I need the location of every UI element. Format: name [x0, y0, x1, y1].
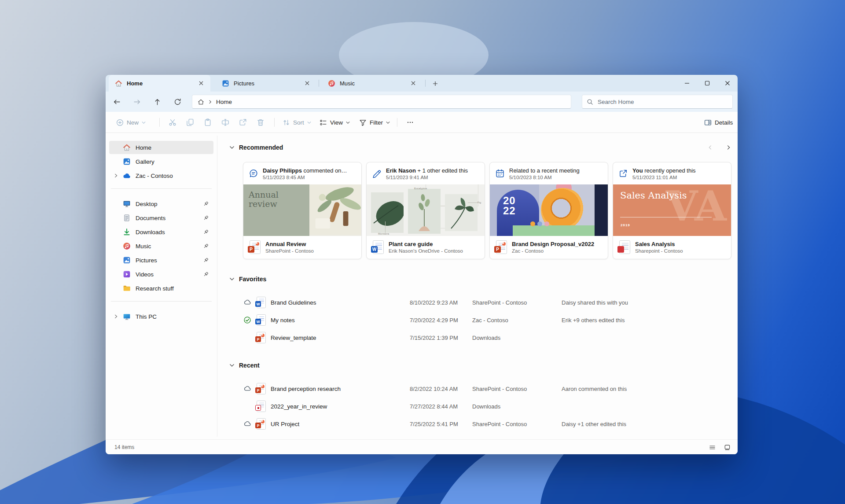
card-header: Daisy Philipps commented on… 5/11/2023 8…	[243, 162, 361, 184]
up-button[interactable]	[150, 95, 165, 109]
botanical-illustration	[309, 184, 361, 235]
sidebar-item-downloads[interactable]: Downloads	[109, 225, 213, 239]
carousel-next-button[interactable]	[722, 141, 735, 154]
card-header-text: Daisy Philipps commented on… 5/11/2023 8…	[263, 167, 356, 180]
sidebar-item-research-stuff[interactable]: Research stuff	[109, 282, 213, 295]
rename-icon	[221, 118, 229, 126]
sidebar-item-label: Research stuff	[136, 285, 213, 292]
file-activity	[562, 329, 720, 346]
new-tab-button[interactable]	[430, 78, 441, 89]
filter-button[interactable]: Filter	[356, 114, 393, 130]
file-row-ur-project[interactable]: P UR Project 7/25/2022 5:41 PM SharePoin…	[238, 415, 727, 433]
section-title: Favorites	[239, 276, 266, 283]
tab-close-button[interactable]	[408, 78, 418, 88]
toolbar-separator	[159, 118, 160, 127]
file-activity: Daisy +1 other edited this	[562, 415, 720, 433]
section-recent[interactable]: Recent	[229, 359, 260, 372]
powerpoint-file-icon: P	[496, 240, 507, 254]
file-row-my-notes[interactable]: W My notes 7/20/2022 4:29 PM Zac - Conto…	[238, 311, 727, 329]
file-date: 7/25/2022 5:41 PM	[410, 415, 476, 433]
new-button[interactable]: New	[113, 114, 149, 130]
rename-button[interactable]	[217, 114, 234, 130]
tab-close-button[interactable]	[196, 78, 206, 88]
file-location: Zac - Contoso	[472, 311, 569, 329]
tab-music[interactable]: Music	[322, 75, 422, 92]
check-sync-icon	[243, 311, 252, 329]
list-view-toggle[interactable]	[706, 441, 718, 453]
card-date: 5/11/2023 8:45 AM	[263, 175, 356, 180]
expand-chevron-icon[interactable]	[113, 313, 119, 320]
search-icon	[587, 99, 593, 105]
onedrive-icon	[123, 172, 131, 180]
section-recommended[interactable]: Recommended	[229, 141, 283, 154]
expand-chevron-icon[interactable]	[113, 173, 119, 179]
sidebar-item-home[interactable]: Home	[109, 141, 213, 154]
see-more-button[interactable]	[402, 114, 419, 130]
tab-pictures[interactable]: Pictures	[216, 75, 316, 92]
open-icon	[618, 169, 628, 178]
thumbnail-shape	[530, 221, 535, 226]
home-icon	[115, 80, 122, 87]
paste-button[interactable]	[199, 114, 216, 130]
search-input[interactable]	[597, 98, 728, 106]
main-content: Recommended Daisy Philipps commented on……	[217, 133, 738, 439]
chevron-down-icon	[229, 144, 235, 151]
file-name: Review_template	[271, 329, 403, 346]
sidebar-item-documents[interactable]: Documents	[109, 211, 213, 224]
address-bar[interactable]: Home	[192, 95, 571, 109]
refresh-button[interactable]	[170, 95, 185, 109]
details-button[interactable]: Details	[701, 114, 736, 130]
chevron-down-icon	[142, 121, 146, 125]
recommended-card-annual-review[interactable]: Daisy Philipps commented on… 5/11/2023 8…	[243, 162, 362, 259]
carousel-previous-button[interactable]	[704, 141, 716, 154]
forward-icon	[133, 98, 141, 106]
tab-home[interactable]: Home	[109, 75, 210, 92]
card-date: 5/11/2023 9:41 AM	[386, 175, 479, 180]
sort-button[interactable]: Sort	[279, 114, 315, 130]
share-button[interactable]	[235, 114, 251, 130]
thumbnail-rule	[620, 217, 712, 217]
sidebar-item-desktop[interactable]: Desktop	[109, 197, 213, 210]
share-icon	[239, 118, 247, 126]
maximize-button[interactable]	[697, 75, 717, 92]
file-row-review-template[interactable]: P Review_template 7/15/2022 1:39 PM Down…	[238, 329, 727, 346]
file-name: My notes	[271, 311, 403, 329]
card-footer: P Brand Design Proposal_v2022 Zac - Cont…	[490, 235, 608, 259]
file-row-brand-perception-research[interactable]: P Brand perception research 8/2/2022 10:…	[238, 380, 727, 397]
file-date: 7/15/2022 1:39 PM	[410, 329, 476, 346]
recommended-card-sales-analysis[interactable]: You recently opened this 5/11/2023 11:01…	[613, 162, 731, 259]
sidebar-item-this-pc[interactable]: This PC	[109, 310, 213, 323]
sidebar-item-onedrive[interactable]: Zac - Contoso	[109, 169, 213, 182]
thumbnail-view-toggle[interactable]	[721, 441, 733, 453]
item-count: 14 items	[114, 440, 134, 454]
copy-button[interactable]	[182, 114, 198, 130]
sidebar-item-gallery[interactable]: Gallery	[109, 155, 213, 168]
plus-icon	[433, 81, 438, 86]
card-file-name: Plant care guide	[389, 241, 463, 247]
card-header: Related to a recent meeting 5/10/2023 8:…	[490, 162, 608, 184]
forward-button[interactable]	[129, 95, 144, 109]
sidebar-item-pictures[interactable]: Pictures	[109, 254, 213, 267]
recommended-card-plant-care-guide[interactable]: Erik Nason + 1 other edited this 5/11/20…	[366, 162, 485, 259]
file-name: Brand perception research	[271, 380, 403, 397]
thumbnail-shape	[595, 184, 608, 236]
sidebar-item-label: Desktop	[136, 201, 202, 207]
back-button[interactable]	[109, 95, 124, 109]
recommended-card-brand-design-proposal[interactable]: Related to a recent meeting 5/10/2023 8:…	[489, 162, 608, 259]
section-favorites[interactable]: Favorites	[229, 273, 266, 285]
close-button[interactable]	[717, 75, 738, 92]
tab-close-button[interactable]	[302, 78, 312, 88]
file-row-2022-year-in-review[interactable]: 2022_year_in_review 7/27/2022 8:44 AM Do…	[238, 397, 727, 415]
file-location: SharePoint - Contoso	[472, 415, 569, 433]
minimize-button[interactable]	[677, 75, 697, 92]
delete-button[interactable]	[252, 114, 269, 130]
thumbnail-photo	[408, 189, 441, 234]
file-row-brand-guidelines[interactable]: W Brand Guidelines 8/10/2022 9:23 AM Sha…	[238, 294, 727, 311]
sidebar-item-music[interactable]: Music	[109, 239, 213, 253]
sidebar-item-videos[interactable]: Videos	[109, 268, 213, 281]
view-button[interactable]: View	[316, 114, 353, 130]
sidebar-item-label: Pictures	[136, 257, 202, 264]
cut-button[interactable]	[164, 114, 181, 130]
card-header-text: Related to a recent meeting 5/10/2023 8:…	[509, 167, 603, 180]
sidebar-item-label: Downloads	[136, 229, 202, 235]
